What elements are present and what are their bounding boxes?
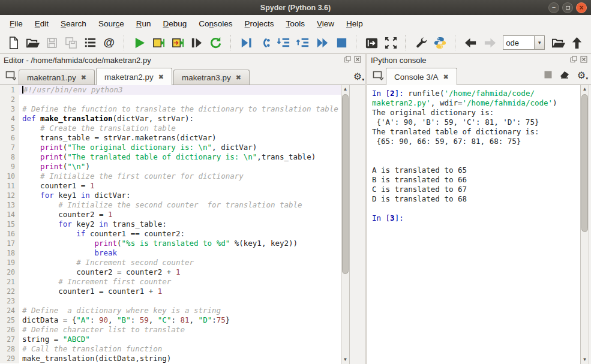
tab-close-icon[interactable]: ✖ bbox=[443, 74, 449, 80]
code-line-content[interactable]: # Initialize the first counter for dicti… bbox=[19, 172, 341, 181]
console-line-13[interactable] bbox=[372, 204, 580, 213]
code-line-18[interactable]: 18 break bbox=[0, 248, 341, 258]
code-line-10[interactable]: 10 # Initialize the first counter for di… bbox=[0, 172, 341, 181]
line-number[interactable]: 11 bbox=[0, 181, 19, 191]
remove-variables-button[interactable] bbox=[560, 70, 569, 80]
debug-file-button[interactable] bbox=[238, 34, 254, 52]
line-number[interactable]: 12 bbox=[0, 191, 19, 200]
code-line-content[interactable]: print("The original dictionary is: \n", … bbox=[19, 143, 341, 152]
code-line-8[interactable]: 8 print("The tranlated table of dictiona… bbox=[0, 152, 341, 162]
code-line-13[interactable]: 13 # Initialize the second counter for t… bbox=[0, 200, 341, 210]
save-all-button[interactable] bbox=[63, 34, 79, 52]
run-cell-advance-button[interactable] bbox=[170, 34, 185, 52]
run-selection-button[interactable] bbox=[189, 34, 205, 52]
code-line-20[interactable]: 20 counter2 = counter2 + 1 bbox=[0, 267, 341, 277]
code-line-5[interactable]: 5 # Create the translation table bbox=[0, 124, 341, 133]
new-file-button[interactable] bbox=[6, 34, 22, 52]
line-number[interactable]: 8 bbox=[0, 152, 19, 162]
code-line-25[interactable]: 25dictData = {"A": 90, "B": 59, "C": 81,… bbox=[0, 315, 341, 325]
scroll-up-icon[interactable]: ▲ bbox=[581, 85, 589, 94]
forward-button[interactable] bbox=[482, 34, 497, 52]
code-line-12[interactable]: 12 for key1 in dictVar: bbox=[0, 191, 341, 200]
code-line-content[interactable]: counter1 = counter1 + 1 bbox=[19, 287, 341, 296]
working-directory-dropdown-button[interactable]: ▾ bbox=[534, 35, 545, 50]
working-directory-input[interactable] bbox=[503, 35, 534, 50]
code-line-content[interactable]: # Define character list to translate bbox=[19, 325, 341, 335]
console-line-7[interactable] bbox=[372, 146, 580, 156]
python-path-manager-button[interactable] bbox=[433, 34, 448, 52]
line-number[interactable]: 14 bbox=[0, 210, 19, 219]
code-line-9[interactable]: 9 print("\n") bbox=[0, 162, 341, 172]
open-directory-button[interactable] bbox=[550, 34, 566, 52]
debug-stop-button[interactable] bbox=[334, 34, 349, 52]
console-line-3[interactable]: The original dictionary is: bbox=[372, 108, 580, 118]
line-number[interactable]: 21 bbox=[0, 277, 19, 287]
menu-source[interactable]: Source bbox=[92, 17, 130, 31]
line-number[interactable]: 29 bbox=[0, 354, 19, 363]
console-browse-tabs-button[interactable] bbox=[370, 69, 386, 83]
code-line-27[interactable]: 27string = "ABCD" bbox=[0, 335, 341, 344]
console-line-12[interactable]: D is translated to 68 bbox=[372, 194, 580, 204]
console-line-5[interactable]: The tranlated table of dictionary is: bbox=[372, 127, 580, 137]
titlebar[interactable]: Spyder (Python 3.6) − × bbox=[0, 0, 591, 15]
menu-search[interactable]: Search bbox=[55, 17, 92, 31]
console-undock-button[interactable] bbox=[569, 56, 577, 64]
fullscreen-button[interactable] bbox=[383, 34, 399, 52]
line-number[interactable]: 25 bbox=[0, 315, 19, 325]
editor-browse-tabs-button[interactable] bbox=[3, 69, 19, 83]
editor-tab-maketran1-py[interactable]: maketran1.py✖ bbox=[19, 70, 95, 85]
file-switcher-button[interactable] bbox=[82, 34, 98, 52]
code-line-content[interactable] bbox=[19, 95, 341, 104]
code-line-content[interactable]: counter2 = counter2 + 1 bbox=[19, 267, 341, 277]
code-line-content[interactable]: # Create the translation table bbox=[19, 124, 341, 133]
code-line-content[interactable]: trans_table = strVar.maketrans(dictVar) bbox=[19, 133, 341, 143]
editor-close-pane-button[interactable] bbox=[353, 56, 361, 64]
code-line-content[interactable]: # Initialize the second counter for tran… bbox=[19, 200, 341, 210]
code-line-content[interactable]: for key2 in trans_table: bbox=[19, 219, 341, 229]
code-line-24[interactable]: 24# Define a dictionary where key is a s… bbox=[0, 306, 341, 315]
console-area[interactable]: In [2]: runfile('/home/fahmida/code/make… bbox=[367, 85, 580, 364]
menu-projects[interactable]: Projects bbox=[239, 17, 280, 31]
code-line-22[interactable]: 22 counter1 = counter1 + 1 bbox=[0, 287, 341, 296]
menu-tools[interactable]: Tools bbox=[280, 17, 311, 31]
console-line-6[interactable]: {65: 90, 66: 59, 67: 81, 68: 75} bbox=[372, 137, 580, 146]
console-line-1[interactable]: In [2]: runfile('/home/fahmida/code/ bbox=[372, 89, 580, 98]
line-number[interactable]: 27 bbox=[0, 335, 19, 344]
code-line-28[interactable]: 28# Call the translation function bbox=[0, 344, 341, 354]
line-number[interactable]: 15 bbox=[0, 219, 19, 229]
preferences-button[interactable] bbox=[413, 34, 429, 52]
rerun-cell-button[interactable] bbox=[208, 34, 224, 52]
code-line-26[interactable]: 26# Define character list to translate bbox=[0, 325, 341, 335]
debug-step-return-button[interactable] bbox=[296, 34, 311, 52]
code-line-content[interactable]: for key1 in dictVar: bbox=[19, 191, 341, 200]
code-line-content[interactable]: # Call the translation function bbox=[19, 344, 341, 354]
code-line-content[interactable]: dictData = {"A": 90, "B": 59, "C": 81, "… bbox=[19, 315, 341, 325]
open-file-button[interactable] bbox=[25, 34, 41, 52]
code-line-content[interactable]: # Increment second counter bbox=[19, 258, 341, 267]
code-line-content[interactable]: print("The tranlated table of dictionary… bbox=[19, 152, 341, 162]
tab-close-icon[interactable]: ✖ bbox=[236, 74, 241, 81]
parent-directory-button[interactable] bbox=[569, 34, 585, 52]
scroll-down-icon[interactable]: ▼ bbox=[581, 356, 589, 364]
line-number[interactable]: 16 bbox=[0, 229, 19, 239]
close-button[interactable]: × bbox=[576, 2, 587, 13]
find-symbols-button[interactable]: @ bbox=[101, 34, 117, 52]
code-line-content[interactable] bbox=[19, 296, 341, 306]
console-line-8[interactable] bbox=[372, 156, 580, 166]
menu-help[interactable]: Help bbox=[340, 17, 369, 31]
code-line-content[interactable]: counter1 = 1 bbox=[19, 181, 341, 191]
editor-undock-button[interactable] bbox=[343, 56, 351, 64]
console-close-pane-button[interactable] bbox=[580, 56, 587, 64]
line-number[interactable]: 7 bbox=[0, 143, 19, 152]
line-number[interactable]: 5 bbox=[0, 124, 19, 133]
code-line-14[interactable]: 14 counter2 = 1 bbox=[0, 210, 341, 219]
line-number[interactable]: 20 bbox=[0, 267, 19, 277]
line-number[interactable]: 9 bbox=[0, 162, 19, 172]
tab-close-icon[interactable]: ✖ bbox=[158, 74, 164, 80]
menu-debug[interactable]: Debug bbox=[157, 17, 193, 31]
run-cell-button[interactable] bbox=[151, 34, 166, 52]
line-number[interactable]: 3 bbox=[0, 104, 19, 114]
code-line-content[interactable]: # Define the function to translate the d… bbox=[19, 104, 341, 114]
editor-tab-maketran2-py[interactable]: maketran2.py✖ bbox=[96, 68, 172, 85]
code-line-21[interactable]: 21 # Increment first counter bbox=[0, 277, 341, 287]
